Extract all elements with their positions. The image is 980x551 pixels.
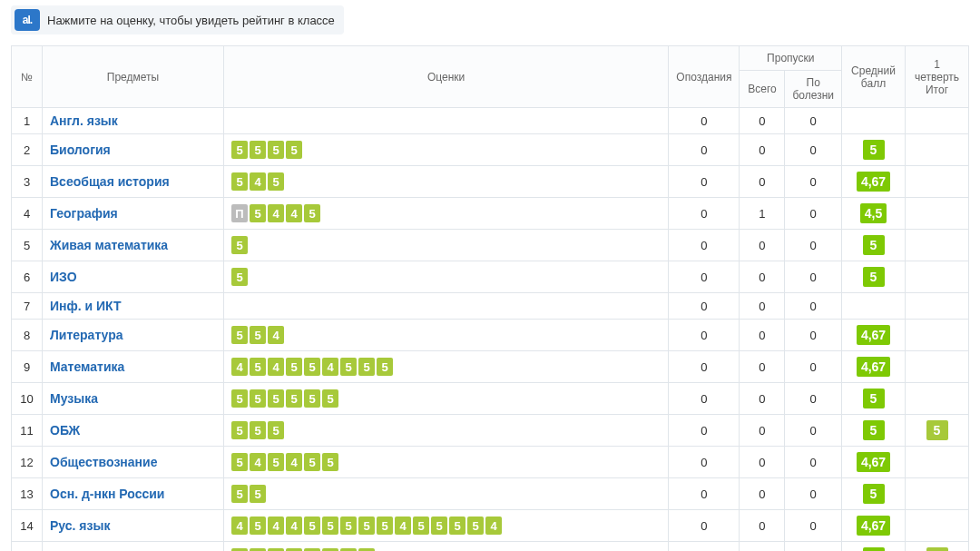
grade-mark[interactable]: 5 bbox=[250, 141, 266, 159]
subject-link[interactable]: Рус. язык bbox=[50, 518, 110, 533]
avg-badge[interactable]: 5 bbox=[863, 420, 885, 440]
grade-mark[interactable]: 5 bbox=[268, 421, 284, 439]
avg-badge[interactable]: 5 bbox=[863, 547, 885, 551]
subject-link[interactable]: Всеобщая история bbox=[50, 174, 170, 189]
avg-badge[interactable]: 5 bbox=[863, 140, 885, 160]
grade-mark[interactable]: 5 bbox=[268, 389, 284, 408]
grade-mark[interactable]: 5 bbox=[250, 389, 266, 408]
subject-link[interactable]: Осн. д-нкн России bbox=[50, 487, 164, 501]
avg-badge[interactable]: 4,67 bbox=[857, 516, 890, 536]
grade-mark[interactable]: 5 bbox=[377, 517, 393, 535]
avg-badge[interactable]: 5 bbox=[863, 267, 885, 287]
grade-mark[interactable]: 5 bbox=[322, 389, 338, 408]
grade-mark[interactable]: 5 bbox=[231, 326, 248, 344]
subject-link[interactable]: ОБЖ bbox=[50, 423, 80, 438]
grade-mark[interactable]: 5 bbox=[268, 453, 284, 471]
grade-mark[interactable]: 5 bbox=[304, 389, 320, 408]
grade-mark[interactable]: 5 bbox=[358, 517, 375, 535]
grade-mark[interactable]: 5 bbox=[322, 453, 338, 471]
term-badge[interactable]: 5 bbox=[926, 547, 948, 551]
term-cell bbox=[906, 383, 969, 415]
grade-mark[interactable]: 4 bbox=[268, 358, 284, 376]
term-cell bbox=[906, 478, 969, 510]
subject-cell: Математика bbox=[43, 351, 224, 383]
grade-mark[interactable]: 5 bbox=[322, 517, 338, 535]
subject-link[interactable]: Биология bbox=[50, 143, 111, 157]
grade-mark[interactable]: 4 bbox=[286, 453, 302, 471]
grade-mark[interactable]: 4 bbox=[286, 204, 302, 222]
subject-link[interactable]: ИЗО bbox=[50, 270, 77, 284]
subject-link[interactable]: Англ. язык bbox=[50, 113, 118, 128]
subject-link[interactable]: Живая математика bbox=[50, 238, 168, 252]
avg-badge[interactable]: 4,67 bbox=[857, 325, 890, 345]
row-number: 8 bbox=[12, 320, 43, 351]
grade-mark[interactable]: 5 bbox=[431, 517, 447, 535]
grade-mark[interactable]: 4 bbox=[485, 517, 502, 535]
grade-mark[interactable]: 5 bbox=[449, 517, 466, 535]
grade-mark[interactable]: 5 bbox=[250, 358, 266, 376]
subject-link[interactable]: География bbox=[50, 206, 118, 221]
grade-mark[interactable]: 5 bbox=[231, 421, 248, 439]
grade-mark[interactable]: 5 bbox=[231, 453, 248, 471]
subject-link[interactable]: Литература bbox=[50, 328, 123, 342]
grade-mark[interactable]: 5 bbox=[413, 517, 429, 535]
grade-mark[interactable]: 5 bbox=[340, 517, 357, 535]
stat-miss_ill: 0 bbox=[785, 510, 842, 542]
grade-mark[interactable]: 5 bbox=[340, 358, 357, 376]
grade-mark[interactable]: 4 bbox=[268, 326, 284, 344]
grade-mark[interactable]: 5 bbox=[231, 172, 248, 191]
header-late: Опоздания bbox=[669, 46, 740, 108]
grade-mark[interactable]: 5 bbox=[467, 517, 484, 535]
grade-mark[interactable]: 4 bbox=[250, 453, 266, 471]
grade-mark[interactable]: 4 bbox=[268, 204, 284, 222]
grade-mark[interactable]: 5 bbox=[250, 517, 266, 535]
grade-mark[interactable]: 4 bbox=[286, 517, 302, 535]
grade-mark[interactable]: 5 bbox=[304, 204, 320, 222]
grade-mark[interactable]: 5 bbox=[286, 141, 302, 159]
grade-mark[interactable]: 5 bbox=[231, 389, 248, 408]
subject-link[interactable]: Музыка bbox=[50, 391, 98, 406]
avg-badge[interactable]: 4,67 bbox=[857, 452, 890, 472]
grade-mark[interactable]: 5 bbox=[304, 453, 320, 471]
grade-mark[interactable]: 5 bbox=[250, 326, 266, 344]
grade-mark[interactable]: 5 bbox=[286, 389, 302, 408]
grade-mark[interactable]: 5 bbox=[304, 358, 320, 376]
avg-badge[interactable]: 4,67 bbox=[857, 357, 890, 377]
stat-miss_total: 0 bbox=[740, 320, 785, 351]
subject-cell: Англ. язык bbox=[43, 108, 224, 134]
grade-mark[interactable]: 5 bbox=[358, 358, 375, 376]
subject-cell: Осн. д-нкн России bbox=[43, 478, 224, 510]
grade-mark[interactable]: 5 bbox=[304, 517, 320, 535]
header-subject: Предметы bbox=[43, 46, 224, 108]
grade-mark[interactable]: 4 bbox=[322, 358, 338, 376]
grade-mark[interactable]: 5 bbox=[377, 358, 393, 376]
grade-mark[interactable]: 4 bbox=[395, 517, 411, 535]
avg-badge[interactable]: 5 bbox=[863, 389, 885, 408]
subject-link[interactable]: Математика bbox=[50, 359, 124, 374]
avg-badge[interactable]: 4,5 bbox=[860, 203, 887, 223]
stat-miss_total: 0 bbox=[740, 261, 785, 293]
stat-miss_ill: 0 bbox=[785, 166, 842, 198]
avg-badge[interactable]: 4,67 bbox=[857, 172, 890, 192]
grade-mark[interactable]: 5 bbox=[250, 204, 266, 222]
grade-mark[interactable]: 4 bbox=[231, 517, 248, 535]
grade-mark[interactable]: 5 bbox=[268, 172, 284, 191]
grade-mark[interactable]: 5 bbox=[231, 141, 248, 159]
grade-mark[interactable]: 4 bbox=[268, 517, 284, 535]
grade-mark[interactable]: 4 bbox=[231, 358, 248, 376]
grade-mark[interactable]: 4 bbox=[250, 172, 266, 191]
avg-badge[interactable]: 5 bbox=[863, 235, 885, 255]
subject-link[interactable]: Обществознание bbox=[50, 455, 157, 469]
grade-mark[interactable]: 5 bbox=[268, 141, 284, 159]
grade-mark[interactable]: 5 bbox=[231, 236, 248, 254]
grade-mark[interactable]: 5 bbox=[231, 268, 248, 286]
term-badge[interactable]: 5 bbox=[926, 420, 948, 440]
subject-link[interactable]: Инф. и ИКТ bbox=[50, 299, 122, 313]
grade-mark[interactable]: 5 bbox=[286, 358, 302, 376]
grade-mark[interactable]: П bbox=[231, 204, 248, 222]
avg-badge[interactable]: 5 bbox=[863, 484, 885, 504]
grade-mark[interactable]: 5 bbox=[250, 421, 266, 439]
grade-mark[interactable]: 5 bbox=[250, 485, 266, 503]
grade-mark[interactable]: 5 bbox=[231, 485, 248, 503]
table-row: 6ИЗО50005 bbox=[12, 261, 969, 293]
